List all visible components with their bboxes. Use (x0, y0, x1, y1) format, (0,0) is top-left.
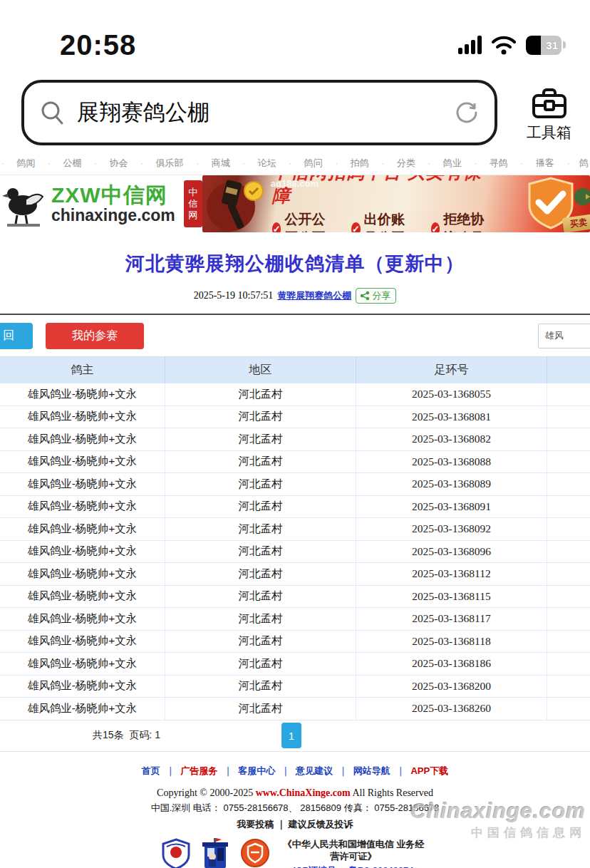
page-1-button[interactable]: 1 (281, 723, 301, 748)
badges-row: 广东·深圳 《中华人民共和国增值电信 业务经营许可证》 ICP证编号： 粤B2-… (0, 838, 590, 868)
nav-bar: ·鸽闻·公棚·协会·俱乐部·商城·论坛·鸽问·拍鸽·分类·鸽业·寻鸽·播客·鸽 (0, 151, 590, 175)
share-icon (360, 291, 370, 301)
nav-item[interactable]: 论坛 (255, 157, 279, 170)
footer-link[interactable]: APP下载 (410, 765, 448, 777)
site-link[interactable]: www.ChinaXinge.com (256, 787, 351, 798)
toolbox-label: 工具箱 (527, 123, 571, 143)
region-cell: 河北孟村 (165, 541, 356, 563)
nav-item[interactable]: 分类 (394, 157, 418, 170)
ring-cell: 2025-03-1368092 (356, 518, 547, 540)
table-row: 雄风鸽业-杨晓帅+文永河北孟村2025-03-1368200 (0, 676, 590, 698)
shield-zone: 买卖 (497, 175, 590, 232)
license-text: 《中华人民共和国增值电信 业务经营许可证》 (283, 839, 425, 862)
back-button[interactable]: 回 (0, 323, 33, 349)
search-row: 工具箱 (0, 71, 590, 151)
owner-cell: 雄风鸽业-杨晓帅+文永 (0, 631, 165, 653)
search-bar[interactable] (21, 80, 497, 145)
owner-cell: 雄风鸽业-杨晓帅+文永 (0, 676, 165, 698)
owner-cell: 雄风鸽业-杨晓帅+文永 (0, 473, 165, 495)
table-row: 雄风鸽业-杨晓帅+文永河北孟村2025-03-1368082 (0, 428, 590, 451)
region-cell: 河北孟村 (165, 631, 356, 653)
nav-item[interactable]: 鸽闻 (14, 157, 38, 170)
region-cell: 河北孟村 (165, 406, 356, 428)
owner-cell: 雄风鸽业-杨晓帅+文永 (0, 698, 165, 720)
submit-link[interactable]: 我要投稿 (237, 819, 274, 830)
source-link[interactable]: 黄骅展翔赛鸽公棚 (277, 289, 351, 302)
icp-link[interactable]: ICP证编号： 粤B2-20040374 (279, 864, 428, 868)
site-logo[interactable]: ZXW中信网 chinaxinge.com 中信网 (0, 175, 202, 232)
ring-cell: 2025-03-1368118 (356, 631, 547, 653)
nav-item[interactable]: 协会 (107, 157, 131, 170)
feedback-link[interactable]: 建议反馈及投诉 (288, 819, 353, 830)
region-cell: 河北孟村 (165, 586, 356, 608)
table-row: 雄风鸽业-杨晓帅+文永河北孟村2025-03-1368055 (0, 383, 590, 406)
nav-item[interactable]: 商城 (209, 157, 233, 170)
nav-item[interactable]: 鸽问 (301, 157, 326, 170)
ring-cell: 2025-03-1368260 (356, 698, 547, 720)
region-cell: 河北孟村 (165, 608, 356, 630)
footer-link-separator: ｜ (396, 765, 405, 777)
nav-separator: · (1, 158, 4, 168)
footer-link[interactable]: 意见建议 (296, 765, 333, 777)
ring-cell: 2025-03-1368082 (356, 428, 547, 450)
extra-cell (547, 473, 590, 495)
wifi-icon (492, 35, 516, 55)
police-badge[interactable]: 广东·深圳 (199, 838, 232, 868)
nav-separator: · (140, 158, 143, 168)
nav-separator: · (566, 158, 569, 168)
owner-filter-input[interactable] (538, 324, 590, 348)
nav-item[interactable]: 拍鸽 (348, 157, 372, 170)
extra-cell (547, 428, 590, 450)
banner-point: ✓ 公开公平公正 (272, 210, 338, 232)
footer-link[interactable]: 网站导航 (353, 765, 390, 777)
extra-cell (547, 518, 590, 540)
owner-cell: 雄风鸽业-杨晓帅+文永 (0, 586, 165, 608)
nav-separator: · (474, 158, 477, 168)
nav-item[interactable]: 鸽业 (440, 157, 465, 170)
ring-cell: 2025-03-1368186 (356, 653, 547, 675)
status-bar: 20:58 31 (0, 0, 590, 71)
article-meta: 2025-5-19 10:57:51 黄骅展翔赛鸽公棚 分享 (0, 288, 590, 304)
table-row: 雄风鸽业-杨晓帅+文永河北孟村2025-03-1368081 (0, 406, 590, 429)
nav-item[interactable]: 公棚 (61, 157, 85, 170)
ring-cell: 2025-03-1368089 (356, 473, 547, 495)
ring-cell: 2025-03-1368088 (356, 451, 547, 473)
blue-emblem-icon (162, 838, 190, 868)
extra-cell (547, 586, 590, 608)
battery-icon: 31 (526, 36, 561, 55)
footer-link[interactable]: 首页 (142, 765, 160, 777)
my-entry-button[interactable]: 我的参赛 (46, 323, 144, 349)
nav-item[interactable]: 播客 (533, 157, 557, 170)
region-cell: 河北孟村 (165, 428, 356, 450)
license-block: 《中华人民共和国增值电信 业务经营许可证》 ICP证编号： 粤B2-200403… (279, 838, 428, 868)
ring-cell: 2025-03-1368117 (356, 608, 547, 630)
ad-banner[interactable]: ag188.com 中信网拍鸽平台 买卖有保障 ✓ 公开公平公正 (202, 175, 590, 232)
table-row: 雄风鸽业-杨晓帅+文永河北孟村2025-03-1368118 (0, 631, 590, 653)
nav-separator: · (242, 158, 245, 168)
banner-points: ✓ 公开公平公正 ✓ 出价账号公开 ✓ 拒绝协议账号 (272, 210, 497, 232)
footer-link[interactable]: 广告服务 (181, 765, 218, 777)
nav-separator: · (289, 158, 291, 168)
check-icon: ✓ (431, 222, 440, 233)
table-row: 雄风鸽业-杨晓帅+文永河北孟村2025-03-1368088 (0, 451, 590, 474)
share-button[interactable]: 分享 (356, 288, 396, 304)
region-cell: 河北孟村 (165, 451, 356, 473)
toolbox-button[interactable]: 工具箱 (527, 80, 571, 143)
table-row: 雄风鸽业-杨晓帅+文永河北孟村2025-03-1368115 (0, 586, 590, 609)
nav-item[interactable]: 俱乐部 (153, 157, 187, 170)
owner-cell: 雄风鸽业-杨晓帅+文永 (0, 608, 165, 630)
region-cell: 河北孟村 (165, 383, 356, 405)
pigeon-table: 鸽主 地区 足环号 雄风鸽业-杨晓帅+文永河北孟村2025-03-1368055… (0, 356, 590, 720)
search-input[interactable] (77, 100, 443, 125)
toolbox-icon (531, 87, 568, 120)
blue-emblem-badge[interactable] (162, 838, 190, 868)
extra-cell (547, 406, 590, 428)
refresh-icon[interactable] (455, 100, 479, 125)
footer-link[interactable]: 客服中心 (238, 765, 275, 777)
nav-item[interactable]: 寻鸽 (487, 157, 511, 170)
nav-item-partial[interactable]: 鸽 (579, 157, 589, 170)
table-row: 雄风鸽业-杨晓帅+文永河北孟村2025-03-1368112 (0, 563, 590, 586)
owner-cell: 雄风鸽业-杨晓帅+文永 (0, 451, 165, 473)
red-emblem-badge[interactable] (240, 838, 270, 868)
banner-point: ✓ 出价账号公开 (351, 210, 418, 232)
